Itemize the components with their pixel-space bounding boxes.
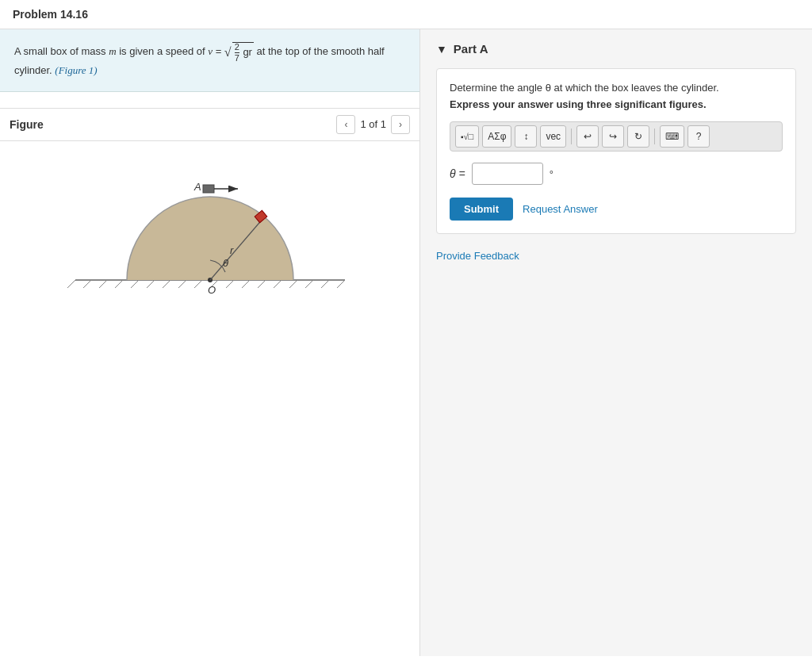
request-answer-link[interactable]: Request Answer (523, 203, 598, 215)
action-row: Submit Request Answer (450, 198, 783, 221)
denominator: 7 (235, 53, 239, 63)
problem-title-text: Problem 14.16 (13, 8, 88, 21)
redo-btn[interactable]: ↪ (602, 125, 624, 148)
statement-mass: m (109, 45, 116, 57)
figure-title: Figure (10, 118, 44, 131)
redo-label: ↪ (609, 131, 617, 142)
figure-header: Figure ‹ 1 of 1 › (0, 108, 419, 141)
answer-unit: ° (550, 168, 553, 180)
svg-line-4 (99, 280, 107, 288)
right-panel: ▼ Part A Determine the angle θ at which … (420, 29, 812, 656)
problem-statement: A small box of mass m is given a speed o… (0, 29, 419, 92)
undo-btn[interactable]: ↩ (576, 125, 599, 148)
figure-link[interactable]: (Figure 1) (55, 64, 97, 76)
question-box: Determine the angle θ at which the box l… (436, 68, 796, 234)
answer-row: θ = ° (450, 163, 783, 185)
refresh-btn[interactable]: ↻ (627, 125, 649, 148)
sqrt-content: 27 gr (232, 42, 254, 63)
svg-line-6 (131, 280, 139, 288)
instruction-text: Express your answer using three signific… (450, 98, 783, 110)
svg-line-19 (337, 280, 345, 288)
keyboard-label: ⌨ (665, 131, 679, 142)
svg-text:θ: θ (223, 257, 228, 269)
svg-line-10 (194, 280, 202, 288)
refresh-label: ↻ (634, 131, 642, 142)
svg-line-12 (226, 280, 234, 288)
help-label: ? (696, 131, 702, 142)
undo-label: ↩ (584, 131, 592, 142)
svg-rect-25 (203, 185, 214, 193)
main-layout: A small box of mass m is given a speed o… (0, 29, 812, 656)
svg-line-5 (115, 280, 123, 288)
next-figure-button[interactable]: › (391, 115, 410, 134)
figure-count: 1 of 1 (360, 118, 386, 130)
left-panel: A small box of mass m is given a speed o… (0, 29, 420, 656)
statement-text-1: A small box of mass (14, 45, 109, 57)
provide-feedback-link[interactable]: Provide Feedback (436, 250, 519, 262)
greek-symbols-btn[interactable]: ΑΣφ (482, 125, 511, 148)
svg-line-8 (163, 280, 170, 288)
part-header: ▼ Part A (436, 42, 796, 56)
svg-text:A: A (193, 181, 201, 193)
fraction-sqrt-btn[interactable]: ▪√□ (455, 125, 479, 148)
statement-text-2: is given a speed of (117, 45, 209, 57)
page-container: Problem 14.16 A small box of mass m is g… (0, 0, 812, 660)
answer-input[interactable] (472, 163, 543, 185)
part-arrow-icon: ▼ (436, 43, 447, 56)
svg-text:O: O (208, 284, 216, 296)
vec-btn[interactable]: vec (540, 125, 566, 148)
svg-line-2 (67, 280, 75, 288)
sqrt-expression: √27 gr (224, 42, 254, 63)
keyboard-btn[interactable]: ⌨ (660, 125, 684, 148)
gr-text: gr (240, 46, 252, 58)
toolbar-separator-1 (571, 129, 572, 144)
svg-line-15 (274, 280, 282, 288)
sqrt-symbol: √ (224, 43, 232, 62)
svg-line-3 (83, 280, 91, 288)
figure-section: Figure ‹ 1 of 1 › (0, 92, 419, 657)
fraction: 27 (235, 43, 239, 63)
part-a-title: Part A (454, 42, 488, 56)
svg-line-7 (147, 280, 155, 288)
figure-image-area: O θ r (0, 141, 419, 324)
svg-line-9 (178, 280, 186, 288)
math-toolbar: ▪√□ ΑΣφ ↕ vec ↩ ↪ (450, 121, 783, 152)
prev-figure-button[interactable]: ‹ (336, 115, 355, 134)
toolbar-separator-2 (654, 129, 655, 144)
help-btn[interactable]: ? (688, 125, 710, 148)
statement-text-3: = (213, 45, 224, 57)
greek-label: ΑΣφ (488, 131, 506, 142)
numerator: 2 (235, 43, 239, 53)
svg-line-14 (258, 280, 266, 288)
answer-label: θ = (450, 167, 465, 180)
format-label: ↕ (523, 131, 528, 142)
format-btn[interactable]: ↕ (515, 125, 537, 148)
question-text: Determine the angle θ at which the box l… (450, 82, 783, 94)
svg-line-16 (289, 280, 297, 288)
submit-button[interactable]: Submit (450, 198, 513, 221)
vec-label: vec (546, 131, 561, 142)
problem-title: Problem 14.16 (0, 0, 812, 29)
svg-line-18 (321, 280, 329, 288)
svg-line-13 (242, 280, 250, 288)
figure-nav: ‹ 1 of 1 › (336, 115, 410, 134)
cylinder-svg: O θ r (52, 149, 369, 308)
svg-line-17 (305, 280, 313, 288)
svg-text:r: r (230, 244, 234, 256)
